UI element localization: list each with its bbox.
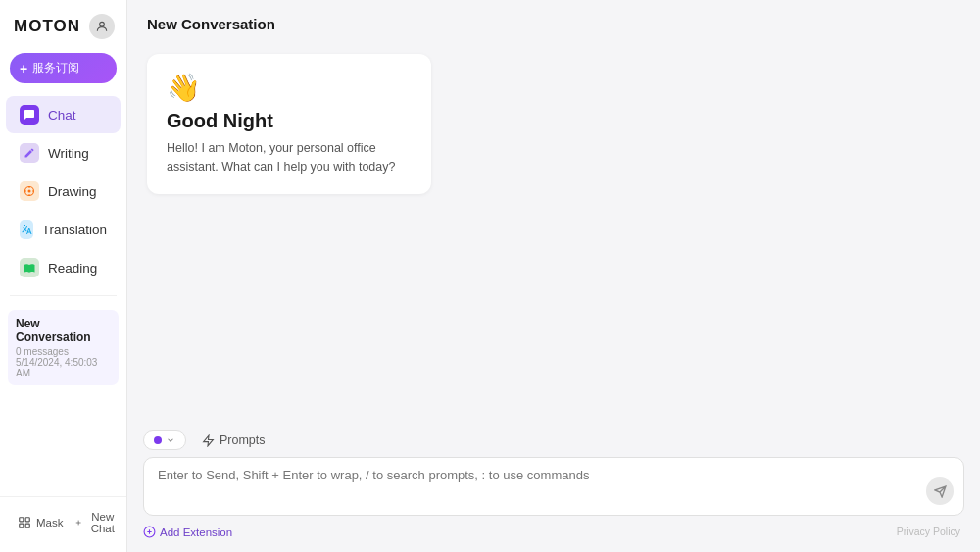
sidebar-item-chat[interactable]: Chat	[6, 96, 121, 133]
input-area: Prompts Add Extension Privacy Policy	[127, 420, 980, 552]
sidebar-item-reading[interactable]: Reading	[6, 249, 121, 286]
add-extension-label: Add Extension	[160, 527, 232, 538]
sidebar: MOTON + 服务订阅 Chat Writ	[0, 0, 127, 552]
main-panel: New Conversation 👋 Good Night Hello! I a…	[127, 0, 980, 552]
welcome-description: Hello! I am Moton, your personal office …	[167, 139, 412, 176]
chevron-down-icon	[166, 435, 175, 445]
drawing-icon	[24, 185, 35, 197]
chat-nav-icon	[20, 105, 39, 125]
add-extension-icon	[143, 526, 156, 538]
model-selector[interactable]	[143, 430, 186, 450]
sidebar-nav: Chat Writing Drawing	[0, 95, 126, 287]
send-icon	[934, 485, 947, 498]
page-title: New Conversation	[147, 16, 275, 32]
writing-nav-icon	[20, 143, 39, 163]
sidebar-item-translation[interactable]: Translation	[6, 211, 121, 248]
chat-area: 👋 Good Night Hello! I am Moton, your per…	[127, 44, 980, 420]
input-box-container	[143, 457, 964, 516]
sidebar-divider	[10, 295, 117, 296]
svg-rect-2	[20, 518, 24, 522]
mask-label: Mask	[36, 517, 63, 528]
conversation-messages: 0 messages	[16, 346, 69, 357]
mask-button[interactable]: Mask	[12, 512, 69, 533]
model-dot-icon	[154, 436, 162, 444]
translation-label: Translation	[42, 223, 107, 237]
drawing-label: Drawing	[48, 184, 97, 199]
new-chat-label: New Chat	[88, 511, 118, 534]
welcome-title: Good Night	[167, 110, 412, 132]
subscribe-label: 服务订阅	[32, 60, 79, 76]
prompts-label: Prompts	[220, 433, 266, 447]
svg-rect-3	[25, 518, 29, 522]
reading-icon	[24, 262, 35, 274]
translation-icon	[21, 224, 32, 235]
user-avatar-button[interactable]	[89, 14, 115, 39]
mask-icon	[18, 516, 31, 529]
sidebar-item-writing[interactable]: Writing	[6, 134, 121, 172]
input-toolbar: Prompts	[143, 429, 964, 451]
svg-point-0	[100, 22, 105, 26]
writing-label: Writing	[48, 146, 89, 161]
new-chat-button[interactable]: New Chat	[69, 507, 122, 538]
writing-icon	[24, 147, 35, 159]
chat-label: Chat	[48, 108, 76, 123]
welcome-card: 👋 Good Night Hello! I am Moton, your per…	[147, 54, 431, 194]
add-extension-button[interactable]: Add Extension	[143, 526, 232, 538]
logo: MOTON	[14, 17, 80, 36]
svg-point-1	[28, 190, 31, 193]
conversation-meta: 0 messages 5/14/2024, 4:50:03 AM	[16, 346, 111, 378]
user-icon	[95, 20, 109, 33]
conversation-item[interactable]: New Conversation 0 messages 5/14/2024, 4…	[8, 310, 119, 385]
prompts-icon	[202, 434, 215, 447]
svg-rect-4	[20, 524, 24, 527]
welcome-emoji: 👋	[167, 72, 412, 104]
prompts-button[interactable]: Prompts	[194, 429, 273, 451]
plus-icon: +	[20, 61, 27, 76]
main-header: New Conversation	[127, 0, 980, 44]
chat-icon	[24, 109, 35, 121]
conversation-section: New Conversation 0 messages 5/14/2024, 4…	[0, 304, 126, 391]
svg-rect-5	[25, 524, 29, 527]
chat-input[interactable]	[158, 468, 924, 497]
conversation-date: 5/14/2024, 4:50:03 AM	[16, 357, 97, 378]
send-button[interactable]	[926, 477, 954, 505]
reading-label: Reading	[48, 261, 97, 276]
subscribe-button[interactable]: + 服务订阅	[10, 53, 117, 83]
privacy-policy[interactable]: Privacy Policy	[897, 526, 964, 537]
translation-nav-icon	[20, 220, 33, 239]
sidebar-bottom: Mask New Chat	[0, 496, 126, 552]
sidebar-header: MOTON	[0, 0, 126, 49]
conversation-title: New Conversation	[16, 317, 111, 344]
new-chat-icon	[74, 516, 82, 529]
sidebar-item-drawing[interactable]: Drawing	[6, 173, 121, 210]
drawing-nav-icon	[20, 181, 39, 201]
reading-nav-icon	[20, 258, 39, 277]
